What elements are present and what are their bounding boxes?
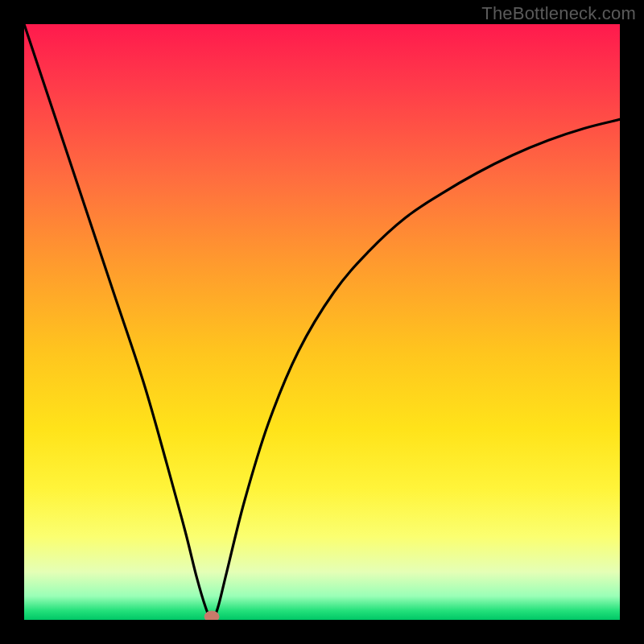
bottleneck-curve-svg <box>24 24 620 620</box>
optimal-point-marker <box>204 611 219 620</box>
outer-frame: TheBottleneck.com <box>0 0 644 644</box>
watermark-text: TheBottleneck.com <box>481 3 636 24</box>
bottleneck-curve <box>24 24 620 620</box>
plot-area <box>24 24 620 620</box>
